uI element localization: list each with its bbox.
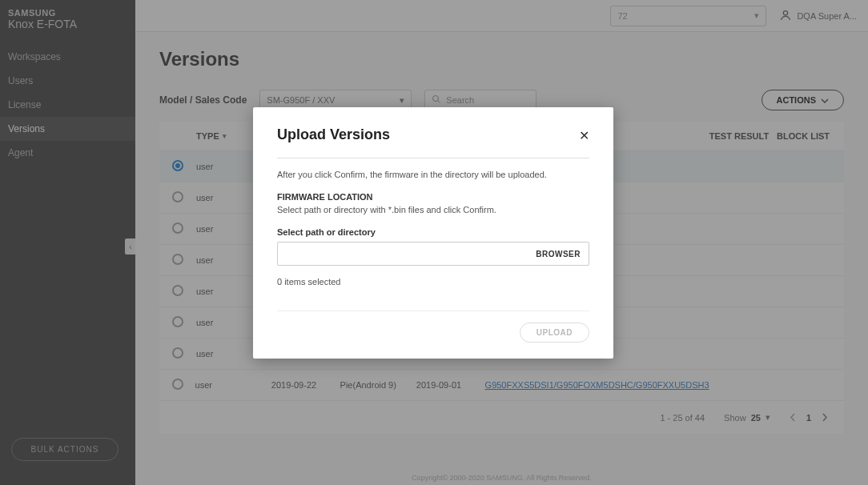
path-input-group: BROWSER xyxy=(277,242,589,266)
divider xyxy=(277,311,589,311)
items-selected-text: 0 items selected xyxy=(277,277,589,287)
firmware-location-text: Select path or directory with *.bin file… xyxy=(277,205,589,214)
upload-versions-modal: Upload Versions ✕ After you click Confir… xyxy=(253,107,613,359)
firmware-location-title: FIRMWARE LOCATION xyxy=(277,192,589,202)
modal-header: Upload Versions ✕ xyxy=(277,126,589,143)
divider xyxy=(277,158,589,158)
close-icon: ✕ xyxy=(579,129,589,142)
browser-button[interactable]: BROWSER xyxy=(536,250,581,259)
modal-description: After you click Confirm, the firmware in… xyxy=(277,170,589,179)
upload-button[interactable]: UPLOAD xyxy=(520,323,589,343)
modal-title: Upload Versions xyxy=(277,126,390,143)
path-field-label: Select path or directory xyxy=(277,227,589,237)
modal-actions: UPLOAD xyxy=(277,323,589,343)
close-button[interactable]: ✕ xyxy=(579,128,589,143)
